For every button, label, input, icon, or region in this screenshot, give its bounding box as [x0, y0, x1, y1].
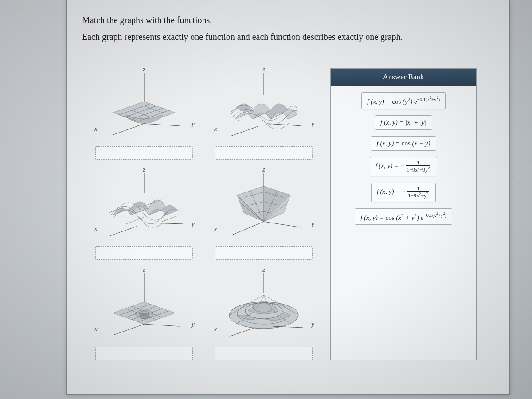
svg-line-39 — [144, 324, 180, 326]
dropzone-6[interactable] — [215, 347, 313, 360]
axis-x-label: x — [214, 325, 217, 333]
graph-2: z y x — [215, 68, 313, 144]
dropzone-3[interactable] — [95, 246, 193, 260]
answer-tile-2[interactable]: f (x, y) = |x| + |y| — [375, 115, 432, 130]
graph-cell-4: z y x — [211, 168, 317, 260]
axis-x-label: x — [94, 325, 98, 333]
instruction-line-1: Match the graphs with the functions. — [82, 13, 494, 27]
axis-z-label: z — [143, 66, 145, 73]
axis-x-label: x — [214, 225, 217, 233]
graph-cell-3: z y x — [91, 168, 197, 260]
answer-tile-4[interactable]: f (x, y) = −11+9x2+9y2 — [370, 157, 438, 176]
answer-tile-5[interactable]: f (x, y) = −11+9x2+y2 — [371, 183, 436, 202]
axis-x-label: x — [94, 225, 98, 233]
exercise-panel: Match the graphs with the functions. Eac… — [66, 0, 510, 395]
axis-z-label: z — [262, 66, 265, 73]
surface-trough-icon — [100, 70, 188, 141]
svg-line-9 — [113, 124, 144, 135]
dropzone-5[interactable] — [95, 347, 193, 360]
surface-small-dip-icon — [100, 271, 188, 342]
axis-x-label: x — [94, 125, 98, 133]
answer-tile-3[interactable]: f (x, y) = cos (x − y) — [371, 136, 436, 151]
graph-1: z y x — [95, 68, 193, 144]
graph-grid: z y x — [91, 68, 317, 360]
answer-bank-title: Answer Bank — [331, 69, 476, 86]
graph-4: z y x — [215, 168, 313, 244]
axis-z-label: z — [262, 166, 265, 173]
axis-y-label: y — [192, 120, 195, 128]
axis-y-label: y — [192, 220, 195, 228]
axis-z-label: z — [143, 266, 145, 274]
svg-line-10 — [144, 124, 180, 126]
dropzone-2[interactable] — [215, 146, 313, 160]
axis-z-label: z — [262, 266, 265, 274]
axis-z-label: z — [143, 166, 145, 173]
axis-y-label: y — [311, 321, 314, 328]
surface-damped-ridges-icon — [100, 171, 188, 242]
axis-y-label: y — [311, 120, 314, 128]
graph-cell-2: z y x — [211, 68, 317, 160]
axis-y-label: y — [311, 220, 314, 228]
svg-line-27 — [264, 222, 301, 227]
svg-line-47 — [229, 328, 255, 336]
svg-line-12 — [231, 126, 259, 136]
svg-line-38 — [113, 324, 144, 335]
surface-radial-ripple-icon — [219, 271, 308, 342]
svg-line-26 — [232, 222, 264, 235]
svg-line-16 — [151, 223, 183, 224]
axis-x-label: x — [214, 125, 217, 133]
svg-line-15 — [109, 226, 137, 236]
content-row: z y x — [82, 68, 494, 360]
graph-cell-1: z y x — [91, 68, 197, 160]
answer-tile-1[interactable]: f (x, y) = cos (y2) e−0.1(x2+y2) — [361, 92, 446, 109]
surface-diagonal-waves-icon — [219, 70, 308, 141]
dropzone-4[interactable] — [215, 246, 313, 260]
answer-bank-body: f (x, y) = cos (y2) e−0.1(x2+y2) f (x, y… — [331, 86, 476, 233]
instruction-line-2: Each graph represents exactly one functi… — [82, 30, 494, 44]
svg-point-31 — [139, 313, 149, 319]
graph-cell-5: z y x — [91, 269, 197, 360]
dropzone-1[interactable] — [95, 146, 193, 160]
surface-abs-pyramid-icon — [219, 171, 308, 242]
axis-y-label: y — [192, 321, 195, 328]
graph-cell-6: z y x — [211, 269, 317, 360]
answer-tile-6[interactable]: f (x, y) = cos (x2 + y2) e−0.1(x2+y2) — [355, 208, 452, 225]
graph-3: z y x — [95, 168, 193, 244]
graph-6: z y x — [215, 269, 313, 344]
graph-5: z y x — [95, 269, 193, 344]
instructions: Match the graphs with the functions. Eac… — [82, 13, 494, 44]
answer-bank: Answer Bank f (x, y) = cos (y2) e−0.1(x2… — [330, 68, 477, 360]
